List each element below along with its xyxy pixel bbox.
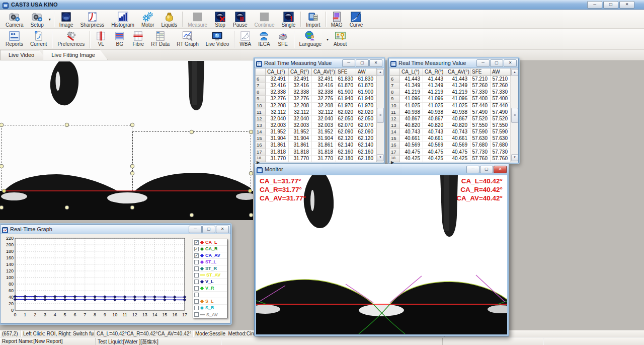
table-row[interactable]: 632.49132.49132.49161.83061.830 bbox=[256, 76, 376, 83]
toolbar-button-setup[interactable]: Setup bbox=[27, 11, 47, 28]
dropdown-arrow-icon[interactable]: ▾ bbox=[47, 17, 52, 22]
toolbar-button-sharpness[interactable]: Sharpness bbox=[77, 11, 108, 28]
scroll-thumb[interactable]: ≡ bbox=[377, 108, 384, 123]
maximize-button[interactable]: ▢ bbox=[603, 1, 618, 9]
toolbar-button-ieca[interactable]: IECA bbox=[255, 30, 273, 49]
toolbar-button-live-video[interactable]: Live Video bbox=[202, 30, 233, 49]
table-row[interactable]: 1132.11232.11232.11262.02062.020 bbox=[256, 109, 376, 116]
legend-item-ca-l[interactable]: ✓CA_L bbox=[193, 239, 227, 246]
table-row[interactable]: 1340.82040.82040.82057.55057.550 bbox=[390, 122, 511, 129]
measuring-minimize-button[interactable]: ─ bbox=[476, 59, 490, 67]
close-button[interactable]: ✕ bbox=[619, 1, 634, 9]
scroll-up-icon[interactable]: ▲ bbox=[511, 69, 518, 76]
graph-window-titlebar[interactable]: Real-Time Graph ─ ▢ ✕ bbox=[1, 225, 230, 234]
scroll-down-icon[interactable]: ▼ bbox=[377, 154, 384, 161]
table-row[interactable]: 832.33832.33832.33861.90061.900 bbox=[256, 89, 376, 96]
measuring-close-button[interactable]: ✕ bbox=[369, 59, 382, 67]
toolbar-button-vl[interactable]: VL bbox=[92, 30, 110, 49]
scroll-up-icon[interactable]: ▲ bbox=[377, 69, 384, 76]
legend-item-ca-r[interactable]: ✓CA_R bbox=[193, 246, 227, 252]
table-row[interactable]: 1332.00332.00332.00362.07062.070 bbox=[256, 122, 376, 129]
column-header-aw[interactable]: AW bbox=[491, 68, 511, 76]
legend-checkbox[interactable] bbox=[194, 299, 199, 304]
table-row[interactable]: 1440.74340.74340.74357.59057.590 bbox=[390, 129, 511, 135]
scroll-thumb[interactable]: ≡ bbox=[511, 108, 518, 123]
toolbar-button-current[interactable]: Current bbox=[27, 30, 50, 49]
table-scrollbar[interactable]: ▲≡▼ bbox=[376, 68, 384, 162]
table-row[interactable]: 18 ▶40.42540.42540.42557.76057.760 bbox=[390, 156, 511, 162]
legend-item-v-r[interactable]: V_R bbox=[193, 285, 227, 292]
table-row[interactable]: 932.27632.27632.27661.94061.940 bbox=[256, 96, 376, 102]
toolbar-button-single[interactable]: Single bbox=[278, 11, 299, 28]
toolbar-button-preferences[interactable]: Preferences bbox=[54, 30, 88, 49]
table-scrollbar[interactable]: ▲≡▼ bbox=[511, 68, 518, 162]
measuring-window-titlebar[interactable]: Real Time Measuring Value─▢✕ bbox=[389, 58, 518, 68]
live-video-area[interactable] bbox=[0, 60, 253, 220]
column-header-ca-r-[interactable]: CA_R(°) bbox=[423, 68, 446, 76]
toolbar-button-histogram[interactable]: Histogram bbox=[108, 11, 138, 28]
measuring-minimize-button[interactable]: ─ bbox=[342, 59, 355, 67]
table-row[interactable]: 1431.95231.95231.95262.09062.090 bbox=[256, 129, 376, 135]
column-header-ca-l-[interactable]: CA_L(°) bbox=[400, 68, 423, 76]
table-row[interactable]: 1540.66140.66140.66157.63057.630 bbox=[390, 135, 511, 142]
legend-item-ca-av[interactable]: ✓CA_AV bbox=[193, 252, 227, 259]
toolbar-button-wba[interactable]: WBA bbox=[236, 30, 255, 49]
legend-checkbox[interactable] bbox=[194, 280, 199, 284]
table-row[interactable]: 1631.86131.86131.86162.14062.140 bbox=[256, 142, 376, 149]
legend-item-v-l[interactable]: V_L bbox=[193, 279, 227, 285]
legend-item-s-l[interactable]: S_L bbox=[193, 298, 227, 305]
toolbar-button-liquids[interactable]: Liquids bbox=[157, 11, 181, 28]
dropdown-arrow-icon[interactable]: ▾ bbox=[325, 37, 330, 42]
toolbar-button-motor[interactable]: Motor bbox=[138, 11, 158, 28]
table-row[interactable]: 732.41632.41632.41661.87061.870 bbox=[256, 83, 376, 89]
toolbar-button-import[interactable]: Import bbox=[302, 11, 324, 28]
legend-checkbox[interactable]: ✓ bbox=[194, 240, 199, 245]
table-row[interactable]: 1740.47540.47540.47557.73057.730 bbox=[390, 149, 511, 156]
legend-checkbox[interactable] bbox=[194, 306, 199, 310]
legend-checkbox[interactable] bbox=[194, 260, 199, 264]
toolbar-button-reports[interactable]: Reports bbox=[2, 30, 27, 49]
legend-item-st-l[interactable]: ST_L bbox=[193, 259, 227, 265]
table-row[interactable]: 1032.20832.20832.20861.97061.970 bbox=[256, 103, 376, 109]
table-row[interactable]: 18 ▶31.77031.77031.77062.18062.180 bbox=[256, 156, 376, 162]
column-header-ca-l-[interactable]: CA_L(°) bbox=[266, 68, 289, 76]
column-header-ca-av-[interactable]: CA_AV(°) bbox=[312, 68, 336, 76]
toolbar-button-stop[interactable]: Stop bbox=[211, 11, 229, 28]
table-row[interactable]: 641.44341.44341.44357.21057.210 bbox=[390, 76, 511, 83]
legend-checkbox[interactable] bbox=[194, 312, 199, 317]
measuring-maximize-button[interactable]: ▢ bbox=[490, 59, 503, 67]
tab-live-fitting-image[interactable]: Live Fitting Image bbox=[43, 49, 108, 60]
monitor-titlebar[interactable]: Monitor ─ ▢ ✕ bbox=[255, 164, 509, 174]
toolbar-button-curve[interactable]: Curve bbox=[346, 11, 367, 28]
legend-checkbox[interactable] bbox=[194, 273, 199, 278]
monitor-close-button[interactable]: ✕ bbox=[494, 166, 507, 173]
scroll-down-icon[interactable]: ▼ bbox=[511, 154, 518, 161]
monitor-maximize-button[interactable]: ▢ bbox=[480, 166, 493, 173]
table-row[interactable]: 741.34941.34941.34957.26057.260 bbox=[390, 83, 511, 89]
legend-checkbox[interactable] bbox=[194, 293, 199, 297]
table-row[interactable]: 1531.90431.90431.90462.12062.120 bbox=[256, 135, 376, 142]
column-header-sfe[interactable]: SFE bbox=[336, 68, 356, 76]
toolbar-button-about[interactable]: About bbox=[330, 30, 350, 49]
table-row[interactable]: 1731.81831.81831.81862.16062.160 bbox=[256, 149, 376, 156]
monitor-minimize-button[interactable]: ─ bbox=[466, 166, 479, 173]
minimize-button[interactable]: ─ bbox=[587, 1, 602, 9]
graph-maximize-button[interactable]: ▢ bbox=[202, 226, 215, 233]
toolbar-button-pause[interactable]: Pause bbox=[229, 11, 251, 28]
legend-checkbox[interactable]: ✓ bbox=[194, 253, 199, 258]
table-row[interactable]: 1240.86740.86740.86757.52057.520 bbox=[390, 116, 511, 122]
legend-item-blank[interactable] bbox=[193, 292, 227, 298]
toolbar-button-image[interactable]: Image bbox=[56, 11, 77, 28]
column-header-sfe[interactable]: SFE bbox=[470, 68, 491, 76]
measuring-close-button[interactable]: ✕ bbox=[504, 59, 517, 67]
toolbar-button-mag[interactable]: MAG bbox=[328, 11, 346, 28]
table-row[interactable]: 941.09641.09641.09657.40057.400 bbox=[390, 96, 511, 102]
legend-checkbox[interactable] bbox=[194, 266, 199, 271]
legend-checkbox[interactable] bbox=[194, 286, 199, 291]
table-row[interactable]: 1140.93840.93840.93857.49057.490 bbox=[390, 109, 511, 116]
table-row[interactable]: 1232.04032.04032.04062.05062.050 bbox=[256, 116, 376, 122]
measuring-maximize-button[interactable]: ▢ bbox=[356, 59, 369, 67]
graph-close-button[interactable]: ✕ bbox=[216, 226, 229, 233]
toolbar-button-rt-data[interactable]: RT Data bbox=[147, 30, 173, 49]
table-row[interactable]: 1640.56940.56940.56957.68057.680 bbox=[390, 142, 511, 149]
